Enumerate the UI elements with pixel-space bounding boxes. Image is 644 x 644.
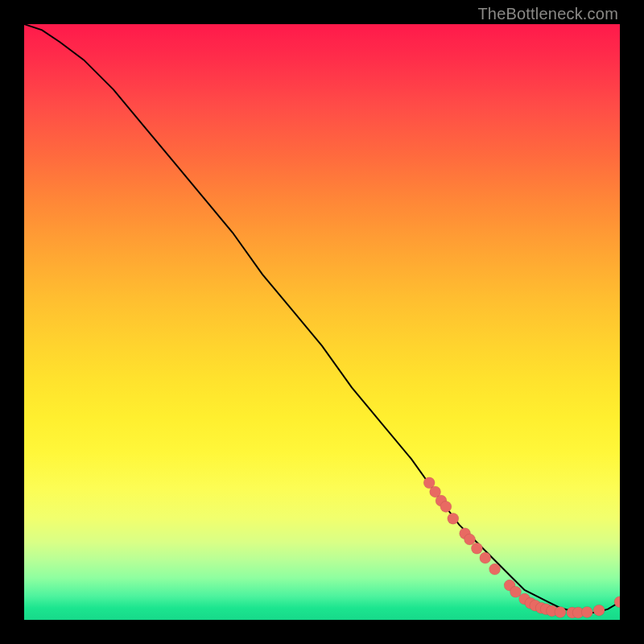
scatter-dot (510, 586, 522, 597)
chart-stage: TheBottleneck.com (0, 0, 644, 644)
scatter-dot (464, 534, 476, 545)
scatter-dot (489, 564, 501, 575)
plot-area (24, 24, 620, 620)
scatter-dot (480, 552, 491, 564)
scatter-dot (555, 606, 566, 617)
scatter-dot (581, 606, 592, 617)
scatter-dot (614, 597, 620, 608)
scatter-dot (471, 543, 482, 554)
source-watermark: TheBottleneck.com (477, 5, 618, 23)
scatter-dot (593, 605, 605, 616)
scatter-dot (448, 513, 459, 524)
chart-overlay-svg (24, 24, 620, 620)
scatter-group (423, 477, 620, 618)
bottleneck-curve (24, 24, 620, 613)
scatter-dot (440, 501, 452, 512)
